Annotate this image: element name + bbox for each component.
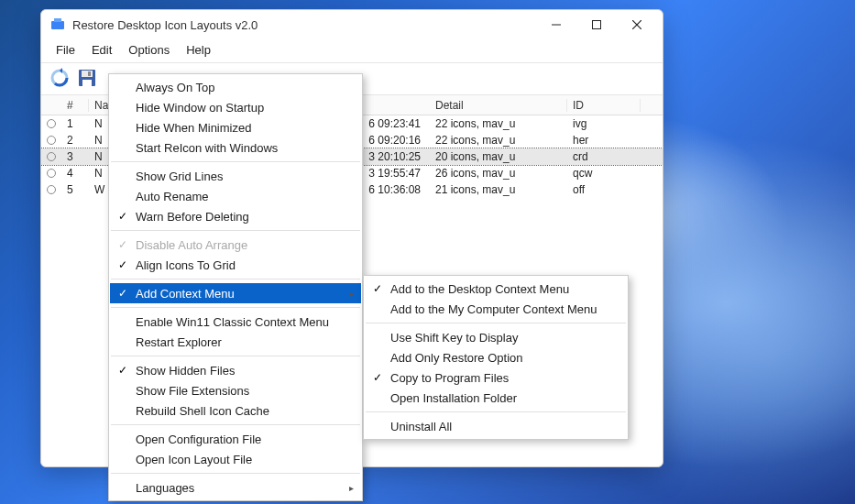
separator [111, 161, 360, 162]
menu-item[interactable]: Uninstall All [365, 416, 627, 436]
col-index[interactable]: # [61, 99, 89, 112]
menu-item-label: Languages [136, 481, 345, 495]
chevron-right-icon: ▸ [349, 289, 354, 299]
check-icon: ✓ [110, 210, 136, 223]
menu-file[interactable]: File [49, 41, 82, 59]
refresh-button[interactable] [47, 65, 72, 91]
menu-item[interactable]: Hide Window on Startup [110, 97, 361, 117]
cell-index: 3 [61, 150, 89, 163]
menu-item[interactable]: Open Installation Folder [365, 388, 627, 408]
menu-item-label: Open Configuration File [136, 433, 345, 446]
window-title: Restore Desktop Icon Layouts v2.0 [72, 18, 536, 32]
separator [366, 411, 626, 412]
menu-item: ✓Disable Auto Arrange [110, 235, 361, 255]
menu-item[interactable]: Auto Rename [110, 186, 361, 206]
cell-id: ivg [567, 117, 641, 130]
minimize-button[interactable] [536, 12, 576, 38]
context-menu-submenu: ✓Add to the Desktop Context MenuAdd to t… [363, 275, 629, 440]
cell-id: crd [567, 150, 641, 163]
menu-item[interactable]: ✓Show Hidden Files [110, 360, 361, 380]
menu-item[interactable]: ✓Align Icons To Grid [110, 255, 361, 275]
menu-help[interactable]: Help [179, 41, 218, 59]
col-detail[interactable]: Detail [430, 99, 567, 112]
radio-icon[interactable] [47, 169, 56, 178]
menu-item-label: Add to the My Computer Context Menu [390, 302, 610, 316]
menu-item[interactable]: Use Shift Key to Display [365, 327, 627, 347]
menu-item-label: Show Hidden Files [136, 364, 345, 378]
cell-detail: 20 icons, mav_u [430, 150, 567, 163]
menu-item[interactable]: Always On Top [110, 77, 361, 97]
separator [111, 424, 360, 425]
separator [111, 473, 360, 474]
menu-item-label: Restart Explorer [136, 335, 345, 349]
menu-item-label: Show Grid Lines [136, 170, 345, 183]
options-menu: Always On TopHide Window on StartupHide … [108, 73, 363, 501]
cell-index: 4 [61, 167, 89, 180]
menu-item[interactable]: Show Grid Lines [110, 166, 361, 186]
menu-item-label: Always On Top [136, 81, 345, 94]
menu-item[interactable]: Hide When Minimized [110, 117, 361, 137]
save-button[interactable] [74, 65, 100, 91]
menu-item[interactable]: ✓Add Context Menu▸ [110, 283, 361, 303]
cell-detail: 21 icons, mav_u [430, 183, 567, 196]
separator [111, 279, 360, 279]
svg-rect-1 [54, 18, 61, 22]
menu-item[interactable]: ✓Add to the Desktop Context Menu [365, 279, 627, 299]
check-icon: ✓ [365, 282, 390, 295]
menu-item-label: Rebuild Shell Icon Cache [136, 404, 345, 418]
menu-item[interactable]: Open Icon Layout File [110, 449, 361, 469]
menu-item[interactable]: ✓Copy to Program Files [365, 367, 627, 388]
menu-item-label: Warn Before Deleting [136, 210, 345, 224]
menu-item-label: Open Installation Folder [390, 391, 610, 405]
separator [111, 307, 360, 308]
check-icon: ✓ [110, 364, 136, 377]
cell-detail: 22 icons, mav_u [430, 117, 567, 130]
menu-item-label: Disable Auto Arrange [136, 238, 345, 252]
menu-item[interactable]: Add Only Restore Option [365, 347, 627, 367]
menu-item[interactable]: Restart Explorer [110, 332, 361, 352]
menu-item-label: Open Icon Layout File [136, 453, 345, 466]
menu-item-label: Hide Window on Startup [136, 101, 345, 115]
menu-item-label: Enable Win11 Classic Context Menu [136, 315, 345, 329]
menu-item-label: Add Context Menu [136, 287, 345, 301]
radio-icon[interactable] [47, 152, 56, 161]
close-button[interactable] [617, 12, 657, 38]
menu-item[interactable]: Rebuild Shell Icon Cache [110, 400, 361, 421]
menubar: File Edit Options Help [41, 39, 663, 62]
check-icon: ✓ [110, 258, 136, 271]
svg-rect-9 [82, 71, 93, 77]
menu-item-label: Start ReIcon with Windows [136, 141, 345, 155]
separator [111, 230, 360, 231]
radio-icon[interactable] [47, 185, 56, 194]
menu-item[interactable]: Languages▸ [110, 477, 361, 498]
svg-rect-11 [88, 71, 91, 76]
col-id[interactable]: ID [567, 99, 641, 112]
titlebar[interactable]: Restore Desktop Icon Layouts v2.0 [41, 10, 663, 39]
svg-rect-3 [593, 21, 601, 29]
menu-item[interactable]: Open Configuration File [110, 429, 361, 449]
svg-rect-0 [51, 21, 64, 29]
chevron-right-icon: ▸ [349, 483, 354, 493]
radio-icon[interactable] [47, 136, 56, 145]
menu-item[interactable]: Enable Win11 Classic Context Menu [110, 312, 361, 332]
menu-item-label: Align Icons To Grid [136, 258, 345, 272]
separator [366, 323, 626, 323]
menu-edit[interactable]: Edit [84, 41, 119, 59]
cell-detail: 22 icons, mav_u [430, 134, 567, 147]
menu-item[interactable]: Start ReIcon with Windows [110, 137, 361, 158]
check-icon: ✓ [365, 371, 390, 384]
menu-item[interactable]: ✓Warn Before Deleting [110, 206, 361, 226]
cell-index: 5 [61, 183, 89, 196]
menu-item-label: Add to the Desktop Context Menu [390, 282, 610, 296]
separator [111, 356, 360, 356]
cell-index: 1 [61, 117, 89, 130]
menu-options[interactable]: Options [121, 41, 177, 59]
menu-item-label: Hide When Minimized [136, 121, 345, 135]
check-icon: ✓ [110, 287, 136, 300]
menu-item[interactable]: Add to the My Computer Context Menu [365, 299, 627, 319]
menu-item-label: Auto Rename [136, 190, 345, 203]
maximize-button[interactable] [576, 12, 617, 38]
menu-item[interactable]: Show File Extensions [110, 380, 361, 400]
cell-id: her [567, 134, 641, 147]
radio-icon[interactable] [47, 119, 56, 128]
